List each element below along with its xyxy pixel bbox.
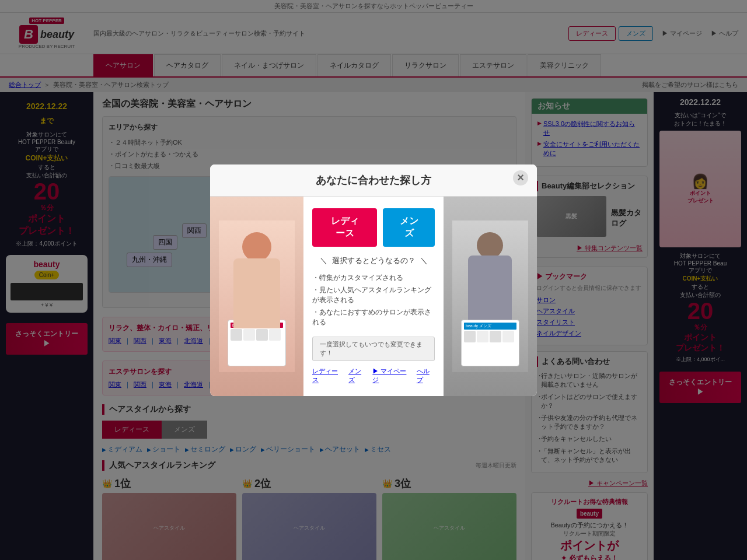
modal-header: あなたに合わせた探し方 (210, 164, 537, 197)
modal-feature-1: 特集がカスタマイズされる (312, 273, 435, 283)
modal-footer-mens[interactable]: メンズ (348, 367, 366, 384)
modal-footer-ladies[interactable]: レディース (312, 367, 343, 384)
modal-footer-mypage[interactable]: ▶ マイページ (372, 367, 410, 384)
man-head (477, 232, 503, 258)
modal-woman-image: beauty (210, 197, 303, 396)
modal-dialog: あなたに合わせた探し方 × beauty (210, 164, 537, 396)
modal-gender-buttons: レディース メンズ (312, 208, 435, 247)
modal-change-note: 一度選択してもいつでも変更できます！ (312, 337, 435, 361)
modal-feature-3: あなたにおすすめのサロンが表示される (312, 307, 435, 327)
woman-body (233, 258, 280, 328)
modal-ladies-button[interactable]: レディース (312, 208, 377, 247)
modal-select-label: 選択するとどうなるの？ (320, 256, 428, 266)
modal-center: レディース メンズ 選択するとどうなるの？ 特集がカスタマイズされる 見たい人気… (303, 197, 444, 396)
modal-close-button[interactable]: × (513, 170, 528, 186)
woman-head (242, 232, 271, 261)
modal-body: beauty レディース メンズ 選択するとどうなるの (210, 197, 537, 396)
man-body (468, 256, 512, 320)
modal-footer-links: レディース メンズ ▶ マイページ ヘルプ (312, 367, 435, 384)
modal-footer-help[interactable]: ヘルプ (417, 367, 435, 384)
phone-screen-man: beauty メンズ (461, 320, 519, 366)
modal-mens-button[interactable]: メンズ (383, 208, 435, 247)
modal-features: 特集がカスタマイズされる 見たい人気ヘアスタイルランキングが表示される あなたに… (312, 273, 435, 330)
modal-feature-2: 見たい人気ヘアスタイルランキングが表示される (312, 285, 435, 305)
modal-man-image: beauty メンズ (444, 197, 537, 396)
modal-overlay[interactable]: あなたに合わせた探し方 × beauty (0, 0, 747, 560)
